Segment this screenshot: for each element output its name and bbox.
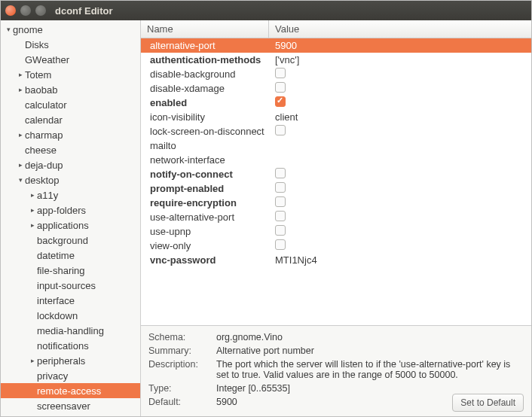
setting-name: alternative-port	[141, 40, 269, 51]
setting-row-authentication-methods[interactable]: authentication-methods['vnc']	[141, 53, 531, 67]
setting-row-notify-on-connect[interactable]: notify-on-connect	[141, 167, 531, 181]
checkbox[interactable]	[275, 125, 286, 135]
tree-item-disks[interactable]: Disks	[1, 37, 140, 52]
setting-row-disable-xdamage[interactable]: disable-xdamage	[141, 81, 531, 96]
tree-item-calculator[interactable]: calculator	[1, 97, 140, 112]
setting-name: use-upnp	[141, 226, 269, 237]
tree-item-label: desktop	[25, 175, 60, 186]
setting-value[interactable]: client	[269, 111, 531, 123]
summary-label: Summary:	[148, 345, 216, 356]
tree-item-search-providers[interactable]: search-providers	[1, 413, 140, 417]
tree-item-gweather[interactable]: GWeather	[1, 52, 140, 67]
checkbox[interactable]	[275, 82, 286, 93]
setting-name: authentication-methods	[141, 54, 269, 65]
chevron-down-icon[interactable]: ▾	[16, 176, 25, 184]
tree-item-label: input-sources	[37, 280, 96, 291]
main-pane: Name Value alternative-port5900authentic…	[141, 20, 531, 417]
setting-row-use-upnp[interactable]: use-upnp	[141, 224, 531, 239]
set-to-default-button[interactable]: Set to Default	[452, 394, 524, 412]
chevron-right-icon[interactable]: ▸	[16, 86, 25, 93]
setting-row-prompt-enabled[interactable]: prompt-enabled	[141, 181, 531, 196]
setting-row-enabled[interactable]: enabled	[141, 96, 531, 110]
tree-item-file-sharing[interactable]: file-sharing	[1, 263, 140, 278]
setting-row-use-alternative-port[interactable]: use-alternative-port	[141, 210, 531, 224]
tree-sidebar[interactable]: ▾gnomeDisksGWeather▸Totem▸baobabcalculat…	[1, 20, 141, 417]
tree-item-input-sources[interactable]: input-sources	[1, 278, 140, 293]
tree-item-a11y[interactable]: ▸a11y	[1, 187, 140, 202]
setting-row-vnc-password[interactable]: vnc-passwordMTI1Njc4	[141, 253, 531, 267]
tree-item-peripherals[interactable]: ▸peripherals	[1, 353, 140, 368]
tree-item-label: screensaver	[37, 400, 90, 412]
tree-item-gnome[interactable]: ▾gnome	[1, 22, 140, 37]
tree-item-label: notifications	[37, 340, 89, 352]
content: ▾gnomeDisksGWeather▸Totem▸baobabcalculat…	[1, 20, 531, 417]
tree-item-app-folders[interactable]: ▸app-folders	[1, 202, 140, 218]
chevron-right-icon[interactable]: ▸	[28, 191, 37, 199]
tree-item-screensaver[interactable]: screensaver	[1, 398, 140, 413]
chevron-down-icon[interactable]: ▾	[4, 26, 13, 33]
tree-item-deja-dup[interactable]: ▸deja-dup	[1, 157, 140, 172]
chevron-right-icon[interactable]: ▸	[28, 357, 37, 364]
header-name[interactable]: Name	[141, 20, 269, 38]
setting-row-lock-screen-on-disconnect[interactable]: lock-screen-on-disconnect	[141, 124, 531, 138]
tree-item-cheese[interactable]: cheese	[1, 142, 140, 157]
checkbox[interactable]	[275, 225, 286, 236]
close-icon[interactable]	[5, 5, 16, 16]
setting-value[interactable]: MTI1Njc4	[269, 254, 531, 266]
tree-item-label: background	[37, 235, 88, 246]
tree-item-calendar[interactable]: calendar	[1, 112, 140, 127]
checkbox[interactable]	[275, 182, 286, 193]
setting-row-disable-background[interactable]: disable-background	[141, 67, 531, 81]
setting-name: icon-visibility	[141, 111, 269, 123]
tree-item-media-handling[interactable]: media-handling	[1, 323, 140, 338]
tree-item-label: calculator	[25, 99, 67, 111]
checkbox[interactable]	[275, 168, 286, 178]
setting-name: prompt-enabled	[141, 183, 269, 194]
header-value[interactable]: Value	[269, 20, 305, 38]
checkbox[interactable]	[275, 96, 286, 107]
setting-row-mailto[interactable]: mailto	[141, 138, 531, 153]
type-label: Type:	[148, 383, 216, 394]
tree-item-lockdown[interactable]: lockdown	[1, 308, 140, 323]
tree-item-label: lockdown	[37, 310, 78, 321]
setting-row-require-encryption[interactable]: require-encryption	[141, 196, 531, 210]
checkbox[interactable]	[275, 239, 286, 250]
minimize-icon[interactable]	[20, 5, 31, 16]
tree-item-background[interactable]: background	[1, 233, 140, 248]
chevron-right-icon[interactable]: ▸	[28, 221, 37, 229]
tree-item-label: charmap	[25, 129, 63, 141]
setting-name: require-encryption	[141, 197, 269, 208]
setting-value[interactable]: 5900	[269, 40, 531, 51]
chevron-right-icon[interactable]: ▸	[16, 71, 25, 78]
setting-name: vnc-password	[141, 254, 269, 266]
setting-row-view-only[interactable]: view-only	[141, 239, 531, 253]
description-label: Description:	[148, 359, 216, 380]
setting-row-network-interface[interactable]: network-interface	[141, 153, 531, 167]
tree-item-desktop[interactable]: ▾desktop	[1, 172, 140, 187]
column-headers: Name Value	[141, 20, 531, 38]
description-value: The port which the server will listen to…	[216, 359, 524, 380]
tree-item-notifications[interactable]: notifications	[1, 338, 140, 353]
checkbox[interactable]	[275, 211, 286, 221]
tree-item-charmap[interactable]: ▸charmap	[1, 127, 140, 142]
tree-item-privacy[interactable]: privacy	[1, 368, 140, 383]
default-label: Default:	[148, 397, 216, 407]
checkbox[interactable]	[275, 68, 286, 78]
setting-value[interactable]: ['vnc']	[269, 54, 531, 65]
tree-item-baobab[interactable]: ▸baobab	[1, 82, 140, 97]
tree-item-label: gnome	[13, 24, 43, 35]
tree-item-totem[interactable]: ▸Totem	[1, 67, 140, 82]
maximize-icon[interactable]	[35, 5, 46, 16]
window-title: dconf Editor	[55, 5, 113, 17]
tree-item-remote-access[interactable]: remote-access	[1, 383, 140, 398]
tree-item-datetime[interactable]: datetime	[1, 248, 140, 263]
chevron-right-icon[interactable]: ▸	[16, 131, 25, 138]
checkbox[interactable]	[275, 196, 286, 207]
setting-row-alternative-port[interactable]: alternative-port5900	[141, 38, 531, 53]
tree-item-label: file-sharing	[37, 265, 85, 276]
chevron-right-icon[interactable]: ▸	[28, 206, 37, 214]
tree-item-interface[interactable]: interface	[1, 293, 140, 308]
tree-item-applications[interactable]: ▸applications	[1, 218, 140, 233]
chevron-right-icon[interactable]: ▸	[16, 161, 25, 169]
setting-row-icon-visibility[interactable]: icon-visibilityclient	[141, 110, 531, 124]
